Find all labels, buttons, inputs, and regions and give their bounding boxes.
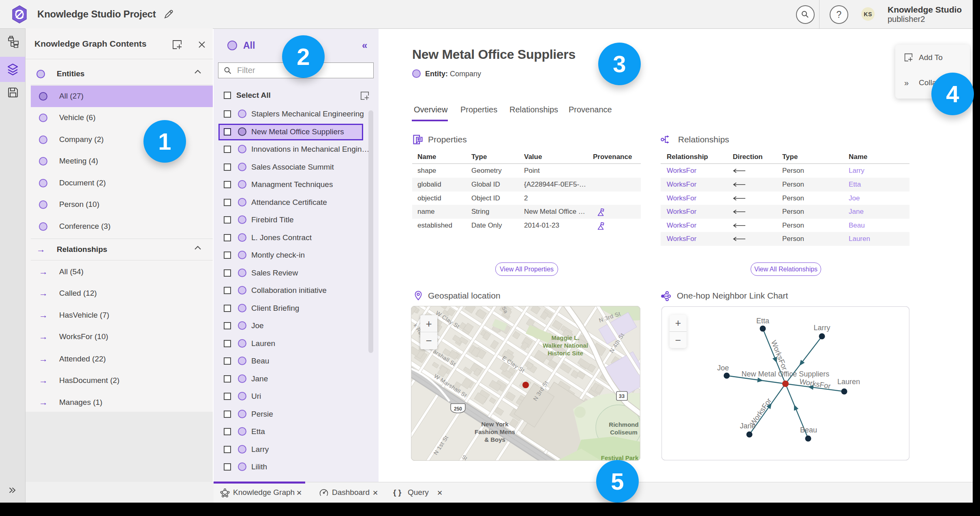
svg-text:Historic Site: Historic Site [548,350,583,357]
svg-text:Beau: Beau [800,426,817,434]
svg-text:& Boys: & Boys [484,436,505,443]
svg-text:Maggie L.: Maggie L. [551,334,579,341]
svg-text:Larry: Larry [813,324,830,332]
svg-text:Coliseum: Coliseum [610,429,638,436]
svg-text:Etta: Etta [756,317,770,325]
svg-text:New York: New York [481,421,509,428]
svg-text:New Metal Office Suppliers: New Metal Office Suppliers [742,370,830,378]
svg-text:Fashion Mens: Fashion Mens [475,428,515,435]
svg-text:Joe: Joe [717,364,729,372]
svg-text:Walker National: Walker National [543,342,588,349]
svg-text:Lauren: Lauren [837,378,860,386]
svg-text:Richmond: Richmond [609,421,638,428]
svg-text:250: 250 [454,406,462,412]
svg-text:33: 33 [619,393,625,399]
